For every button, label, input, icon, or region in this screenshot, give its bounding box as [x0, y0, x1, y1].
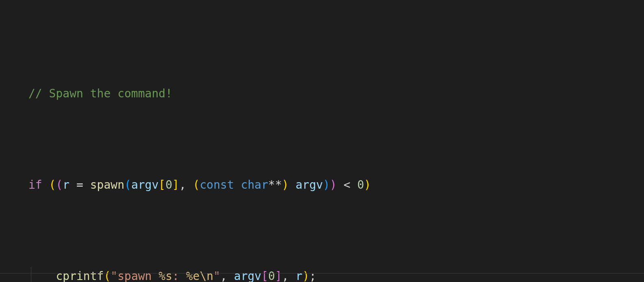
- string: "spawn: [111, 269, 158, 282]
- operator: **: [268, 178, 282, 192]
- comment: // Spawn the command!: [28, 87, 172, 100]
- variable: r: [63, 178, 69, 192]
- number: 0: [357, 178, 364, 192]
- function-call: spawn: [90, 178, 124, 192]
- variable: argv: [296, 178, 323, 192]
- operator: =: [69, 178, 90, 192]
- format-spec: %s: [158, 269, 172, 282]
- format-spec: %e: [186, 269, 200, 282]
- code-line: // Spawn the command!: [0, 84, 644, 103]
- operator: <: [337, 178, 358, 192]
- escape-char: \n: [199, 269, 213, 282]
- code-editor[interactable]: // Spawn the command! if ((r = spawn(arg…: [0, 0, 644, 282]
- code-line: cprintf("spawn %s: %e\n", argv[0], r);: [0, 267, 644, 282]
- variable: argv: [131, 178, 158, 192]
- variable: r: [296, 269, 303, 282]
- function-call: cprintf: [56, 269, 104, 282]
- code-line: if ((r = spawn(argv[0], (const char**) a…: [0, 176, 644, 194]
- string: ": [213, 269, 220, 282]
- number: 0: [165, 178, 172, 192]
- keyword-if: if: [28, 178, 42, 192]
- number: 0: [268, 269, 275, 282]
- divider: [0, 273, 644, 273]
- variable: argv: [234, 269, 261, 282]
- keyword-char: char: [241, 178, 268, 192]
- keyword-const: const: [199, 178, 234, 192]
- string: :: [172, 269, 186, 282]
